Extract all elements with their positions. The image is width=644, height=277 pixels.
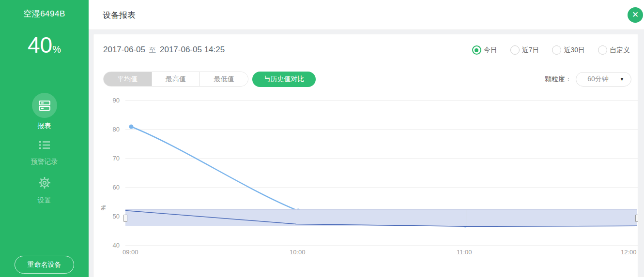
device-name: 空湿6494B	[0, 8, 89, 19]
x-tick: 11:00	[457, 248, 472, 256]
radio-circle-icon	[472, 45, 481, 55]
close-icon: ✕	[632, 10, 639, 19]
radio-label: 近7日	[522, 46, 539, 55]
navigator-gridline	[466, 210, 466, 226]
granularity-select[interactable]: 60分钟 ▼	[576, 72, 631, 87]
radio-label: 自定义	[610, 46, 630, 55]
radio-last-7-days[interactable]: 近7日	[510, 45, 539, 55]
sidebar-item-report[interactable]: 报表	[0, 93, 89, 131]
y-tick: 70	[100, 155, 120, 162]
report-card: 2017-06-05至2017-06-05 14:25 今日 近7日 近30日	[93, 34, 638, 277]
sidebar-item-label: 设置	[0, 196, 89, 205]
alert-log-icon	[38, 144, 51, 152]
rename-device-button[interactable]: 重命名设备	[15, 256, 74, 274]
sidebar-item-label: 报表	[0, 122, 89, 131]
metric-tab-group: 平均值 最高值 最低值	[103, 72, 248, 87]
close-button[interactable]: ✕	[628, 7, 643, 23]
granularity-value: 60分钟	[576, 75, 620, 84]
page-title: 设备报表	[103, 10, 136, 21]
radio-circle-icon	[510, 45, 520, 55]
y-axis-label: %	[100, 205, 107, 211]
value-number: 40	[28, 32, 52, 58]
y-tick: 50	[100, 213, 120, 220]
x-tick: 10:00	[290, 248, 306, 256]
date-range: 2017-06-05至2017-06-05 14:25	[103, 45, 225, 55]
radio-custom[interactable]: 自定义	[598, 45, 630, 55]
main-panel: 设备报表 ✕ 2017-06-05至2017-06-05 14:25 今日 近7…	[89, 0, 644, 277]
sidebar-item-settings[interactable]: 设置	[0, 176, 89, 205]
top-bar: 设备报表	[89, 0, 644, 30]
date-start: 2017-06-05	[103, 45, 145, 54]
tab-minimum[interactable]: 最低值	[199, 72, 248, 86]
radio-label: 近30日	[564, 46, 585, 55]
sidebar-item-alert-log[interactable]: 预警记录	[0, 139, 89, 166]
granularity-label: 颗粒度：	[545, 75, 572, 84]
radio-today[interactable]: 今日	[472, 45, 497, 55]
app-root: 空湿6494B 40% 报表	[0, 0, 644, 277]
device-current-value: 40%	[0, 32, 89, 58]
value-unit: %	[52, 44, 61, 55]
y-tick: 60	[100, 184, 120, 191]
navigator-line	[125, 210, 637, 227]
x-tick: 12:00	[621, 248, 637, 256]
tab-average[interactable]: 平均值	[104, 72, 152, 86]
compare-history-button[interactable]: 与历史值对比	[252, 72, 316, 87]
chevron-down-icon: ▼	[620, 77, 624, 82]
line-chart: 90 80 70 60 50 40 % 09:00 10:00 11:00 12…	[93, 94, 638, 277]
granularity-control: 颗粒度： 60分钟 ▼	[545, 72, 631, 87]
y-tick: 40	[100, 242, 120, 249]
settings-icon	[38, 183, 51, 191]
sidebar: 空湿6494B 40% 报表	[0, 0, 89, 277]
navigator-left-handle-icon[interactable]	[123, 215, 127, 222]
date-end: 2017-06-05 14:25	[160, 45, 225, 54]
y-tick: 90	[100, 97, 120, 104]
date-separator: 至	[149, 46, 156, 54]
y-tick: 80	[100, 126, 120, 133]
range-radio-group: 今日 近7日 近30日 自定义	[472, 45, 630, 55]
x-tick: 09:00	[123, 248, 138, 256]
navigator-right-handle-icon[interactable]	[635, 215, 638, 222]
radio-circle-icon	[552, 45, 561, 55]
tab-maximum[interactable]: 最高值	[152, 72, 200, 86]
chart-navigator[interactable]	[125, 209, 637, 226]
report-icon	[32, 93, 57, 118]
sidebar-item-label: 预警记录	[0, 158, 89, 166]
radio-last-30-days[interactable]: 近30日	[552, 45, 585, 55]
navigator-gridline	[299, 210, 299, 226]
radio-label: 今日	[484, 46, 497, 55]
radio-circle-icon	[598, 45, 607, 55]
